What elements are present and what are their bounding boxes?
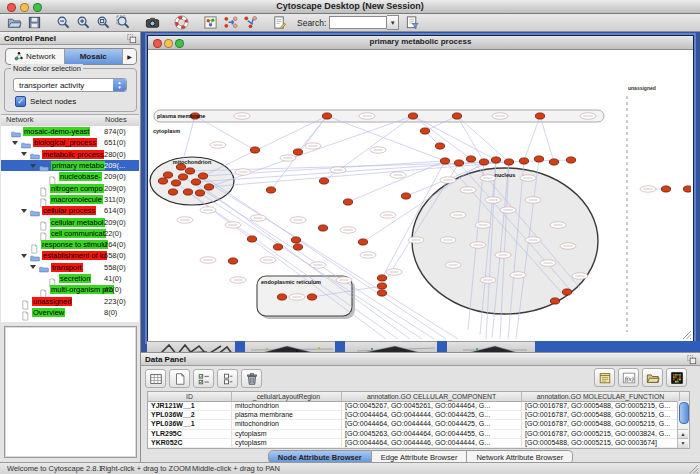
tree-row-mosaic-demo-yeast[interactable]: mosaic-demo-yeast874(0) bbox=[1, 126, 139, 137]
gene-node[interactable] bbox=[525, 237, 541, 243]
tab-overflow-icon[interactable]: ▶ bbox=[123, 49, 136, 64]
table-scrollbar[interactable]: ▲ ▼ bbox=[677, 401, 689, 448]
snapshot-button[interactable] bbox=[144, 14, 161, 31]
select-nodes-checkbox[interactable]: ✓ bbox=[15, 96, 26, 107]
gene-node[interactable] bbox=[250, 215, 266, 221]
gene-node[interactable] bbox=[200, 257, 216, 263]
selected-gene-node[interactable] bbox=[291, 237, 300, 243]
gene-node[interactable] bbox=[480, 277, 496, 283]
gene-node[interactable] bbox=[560, 243, 576, 249]
gene-node[interactable] bbox=[580, 113, 596, 119]
tree-row-nucleobase-[interactable]: nucleobase-209(0) bbox=[1, 171, 139, 182]
selected-gene-node[interactable] bbox=[401, 193, 410, 199]
selected-gene-node[interactable] bbox=[307, 294, 316, 300]
edge[interactable] bbox=[524, 116, 540, 161]
selected-gene-node[interactable] bbox=[358, 239, 367, 245]
network-canvas[interactable]: plasma membranecytoplasmmitochondrionnuc… bbox=[148, 50, 691, 340]
tree-row-establishment-of-lo[interactable]: establishment of lo558(0) bbox=[1, 250, 139, 261]
expander-icon[interactable] bbox=[21, 209, 27, 213]
gene-node[interactable] bbox=[210, 142, 226, 148]
selected-gene-node[interactable] bbox=[250, 147, 259, 153]
gene-node[interactable] bbox=[510, 272, 526, 278]
grid-button[interactable] bbox=[145, 369, 166, 388]
gene-node[interactable] bbox=[500, 207, 516, 213]
gene-node[interactable] bbox=[386, 269, 402, 275]
gene-node[interactable] bbox=[470, 242, 486, 248]
tab-network[interactable]: Network bbox=[6, 49, 65, 64]
tree-row-biological-process[interactable]: biological_process651(0) bbox=[1, 137, 139, 148]
tree-row-cell-communicat[interactable]: cell communicat22(0) bbox=[1, 228, 139, 239]
gene-node[interactable] bbox=[336, 277, 352, 283]
gene-node[interactable] bbox=[225, 222, 241, 228]
expander-icon[interactable] bbox=[30, 265, 36, 269]
selected-gene-node[interactable] bbox=[440, 158, 449, 164]
selected-gene-node[interactable] bbox=[185, 168, 194, 174]
tree-row-secretion[interactable]: secretion41(0) bbox=[1, 273, 139, 284]
gene-node[interactable] bbox=[359, 113, 375, 119]
selected-gene-node[interactable] bbox=[318, 225, 327, 231]
gene-node[interactable] bbox=[550, 222, 566, 228]
gene-node[interactable] bbox=[450, 212, 466, 218]
selected-gene-node[interactable] bbox=[435, 143, 444, 149]
selected-gene-node[interactable] bbox=[163, 172, 172, 178]
selected-gene-node[interactable] bbox=[562, 289, 571, 295]
edge[interactable] bbox=[327, 116, 445, 161]
table-row[interactable]: YLR295Ccytoplasm[GO:0045263, GO:0044464,… bbox=[148, 430, 689, 439]
gene-node[interactable] bbox=[360, 252, 376, 258]
selected-gene-node[interactable] bbox=[171, 180, 180, 186]
gene-node[interactable] bbox=[310, 262, 326, 268]
fx-button[interactable]: f(x) bbox=[618, 368, 639, 387]
column-header-1[interactable]: _cellularLayoutRegion bbox=[232, 392, 342, 401]
selected-gene-node[interactable] bbox=[319, 178, 328, 184]
selected-gene-node[interactable] bbox=[293, 149, 302, 155]
selected-gene-node[interactable] bbox=[183, 189, 192, 195]
gene-node[interactable] bbox=[495, 252, 511, 258]
selected-gene-node[interactable] bbox=[266, 187, 275, 193]
gene-node[interactable] bbox=[492, 113, 508, 119]
gene-node[interactable] bbox=[330, 167, 346, 173]
selected-gene-node[interactable] bbox=[550, 298, 559, 304]
annotation-button[interactable] bbox=[271, 14, 288, 31]
edge[interactable] bbox=[457, 116, 484, 162]
edge[interactable] bbox=[457, 116, 509, 162]
vizmapper-button[interactable] bbox=[202, 14, 219, 31]
help-button[interactable] bbox=[173, 14, 190, 31]
selected-gene-node[interactable] bbox=[343, 199, 352, 205]
gene-node[interactable] bbox=[280, 155, 296, 161]
resize-grip-icon[interactable] bbox=[682, 330, 692, 340]
selected-gene-node[interactable] bbox=[549, 159, 558, 165]
selected-gene-node[interactable] bbox=[491, 157, 500, 163]
pair-squares-button[interactable] bbox=[217, 369, 238, 388]
gene-node[interactable] bbox=[440, 177, 456, 183]
selected-gene-node[interactable] bbox=[661, 186, 670, 192]
selected-gene-node[interactable] bbox=[377, 275, 386, 281]
layout-a-button[interactable] bbox=[222, 14, 239, 31]
gene-node[interactable] bbox=[475, 222, 491, 228]
selected-gene-node[interactable] bbox=[454, 160, 463, 166]
zoom-selected-button[interactable] bbox=[115, 14, 132, 31]
selected-gene-node[interactable] bbox=[191, 179, 200, 185]
gene-node[interactable] bbox=[290, 217, 306, 223]
gene-node[interactable] bbox=[305, 143, 321, 149]
tree-row-macromolecule[interactable]: macromolecule311(0) bbox=[1, 194, 139, 205]
expander-icon[interactable] bbox=[21, 254, 27, 258]
selected-gene-node[interactable] bbox=[195, 190, 204, 196]
gene-node[interactable] bbox=[235, 169, 251, 175]
tree-row-metabolic-process[interactable]: metabolic process280(0) bbox=[1, 149, 139, 160]
trash-button[interactable] bbox=[241, 369, 262, 388]
selected-gene-node[interactable] bbox=[198, 173, 207, 179]
float-panel-icon[interactable] bbox=[687, 355, 697, 365]
edge[interactable] bbox=[540, 116, 554, 162]
gene-node[interactable] bbox=[540, 260, 556, 266]
gene-node[interactable] bbox=[485, 197, 501, 203]
new-doc-button[interactable] bbox=[169, 369, 190, 388]
zoom-out-button[interactable] bbox=[55, 14, 72, 31]
gene-node[interactable] bbox=[445, 262, 461, 268]
tree-row-unassigned[interactable]: unassigned223(0) bbox=[1, 295, 139, 306]
table-row[interactable]: YJR121W__1mitochondrion[GO:0045267, GO:0… bbox=[148, 402, 689, 411]
gene-node[interactable] bbox=[440, 237, 456, 243]
selected-gene-node[interactable] bbox=[247, 236, 256, 242]
gene-node[interactable] bbox=[340, 227, 356, 233]
selected-gene-node[interactable] bbox=[479, 159, 488, 165]
selected-gene-node[interactable] bbox=[408, 113, 417, 119]
